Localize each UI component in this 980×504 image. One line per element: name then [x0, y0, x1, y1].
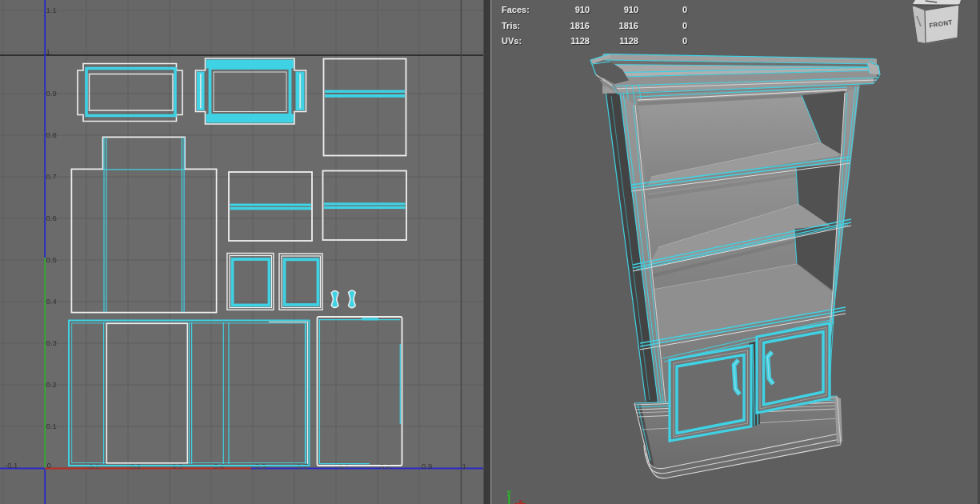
- svg-text:0.1: 0.1: [46, 422, 57, 430]
- svg-text:Tris:: Tris:: [502, 21, 520, 30]
- svg-text:0: 0: [682, 21, 687, 30]
- svg-text:0.8: 0.8: [46, 130, 57, 139]
- svg-text:0.4: 0.4: [46, 297, 57, 306]
- svg-text:-0.1: -0.1: [5, 461, 18, 470]
- svg-text:0.7: 0.7: [46, 172, 57, 181]
- svg-text:1.1: 1.1: [46, 6, 57, 14]
- svg-text:1: 1: [46, 47, 50, 56]
- svg-text:1816: 1816: [570, 21, 590, 30]
- svg-text:0.9: 0.9: [422, 462, 432, 470]
- svg-text:0: 0: [682, 36, 687, 46]
- svg-text:0.6: 0.6: [46, 214, 57, 222]
- svg-text:1128: 1128: [619, 36, 638, 46]
- svg-text:Faces:: Faces:: [502, 5, 530, 14]
- svg-text:0.9: 0.9: [46, 89, 57, 98]
- svg-text:UVs:: UVs:: [502, 36, 522, 46]
- svg-text:1128: 1128: [570, 36, 590, 46]
- svg-text:910: 910: [624, 5, 638, 14]
- svg-text:0.2: 0.2: [46, 380, 57, 389]
- svg-text:0.5: 0.5: [46, 255, 57, 264]
- svg-text:1: 1: [462, 462, 466, 470]
- svg-text:y: y: [507, 488, 511, 496]
- svg-text:x: x: [519, 498, 523, 504]
- svg-text:0: 0: [47, 461, 51, 470]
- svg-text:910: 910: [575, 5, 590, 14]
- svg-text:0: 0: [682, 5, 687, 14]
- svg-text:0.3: 0.3: [46, 338, 57, 347]
- svg-text:1816: 1816: [619, 21, 638, 30]
